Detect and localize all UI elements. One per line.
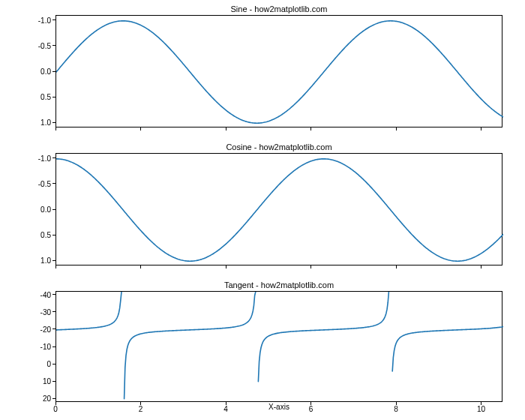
xtick-mark — [396, 402, 397, 405]
chart-title-sine: Sine - how2matplotlib.com — [56, 4, 502, 14]
xtick-mark — [56, 266, 56, 268]
ytick-mark — [52, 260, 56, 261]
ytick-label: 0.0 — [40, 68, 51, 76]
ytick-mark — [52, 364, 56, 364]
xtick-label: 10 — [477, 405, 485, 413]
ytick-mark — [52, 381, 56, 382]
ytick-label: 10 — [43, 377, 51, 386]
xtick-mark — [226, 266, 226, 268]
ytick-mark — [52, 158, 56, 158]
ytick-mark — [52, 97, 56, 98]
ytick-mark — [52, 235, 56, 236]
ytick-label: 0.5 — [40, 231, 51, 239]
xtick-mark — [226, 128, 226, 130]
xtick-label: 2 — [139, 405, 143, 413]
ytick-mark — [52, 71, 56, 72]
ytick-mark — [52, 294, 56, 295]
ytick-label: -0.5 — [38, 41, 51, 50]
ytick-mark — [52, 45, 56, 46]
chart-title-tangent: Tangent - how2matplotlib.com — [56, 280, 502, 290]
xtick-mark — [226, 402, 226, 405]
ytick-label: -20 — [40, 325, 51, 333]
ytick-label: 0.5 — [40, 93, 51, 101]
ytick-label: 0 — [46, 360, 51, 368]
ytick-label: -10 — [40, 343, 51, 351]
xtick-mark — [310, 266, 311, 268]
line-cosine — [56, 159, 503, 261]
xtick-label: 8 — [394, 405, 398, 413]
xtick-mark — [140, 266, 141, 268]
xtick-mark — [396, 266, 397, 268]
xtick-mark — [481, 266, 482, 268]
xtick-mark — [481, 128, 482, 130]
ytick-label: -1.0 — [38, 154, 51, 162]
ytick-mark — [52, 346, 56, 347]
xtick-mark — [396, 128, 397, 130]
figure: Sine - how2matplotlib.com Cosine - how2m… — [0, 0, 525, 420]
line-sine — [56, 21, 503, 123]
xtick-mark — [140, 402, 141, 405]
xtick-mark — [56, 128, 56, 130]
xtick-label: 0 — [53, 405, 58, 413]
ytick-label: -1.0 — [38, 16, 51, 24]
ytick-mark — [52, 183, 56, 184]
axes-tangent — [56, 291, 502, 402]
line-tangent — [56, 292, 503, 399]
xtick-label: 6 — [309, 405, 314, 413]
ytick-mark — [52, 398, 56, 399]
ytick-label: 0.0 — [40, 206, 51, 214]
chart-title-cosine: Cosine - how2matplotlib.com — [56, 142, 502, 152]
ytick-mark — [52, 20, 56, 20]
ytick-mark — [52, 122, 56, 123]
ytick-label: -0.5 — [38, 179, 51, 188]
x-axis-label: X-axis — [268, 403, 290, 411]
ytick-label: 1.0 — [40, 118, 51, 127]
axes-sine — [56, 15, 502, 128]
xtick-mark — [310, 402, 311, 405]
ytick-mark — [52, 328, 56, 329]
xtick-mark — [140, 128, 141, 130]
ytick-label: -40 — [40, 290, 51, 298]
ytick-label: 1.0 — [40, 256, 51, 265]
ytick-mark — [52, 209, 56, 210]
ytick-label: -30 — [40, 308, 51, 316]
axes-cosine — [56, 153, 502, 266]
ytick-mark — [52, 311, 56, 312]
xtick-mark — [56, 402, 56, 405]
xtick-label: 4 — [224, 405, 228, 413]
xtick-mark — [481, 402, 482, 405]
ytick-label: 20 — [43, 394, 51, 403]
xtick-mark — [310, 128, 311, 130]
